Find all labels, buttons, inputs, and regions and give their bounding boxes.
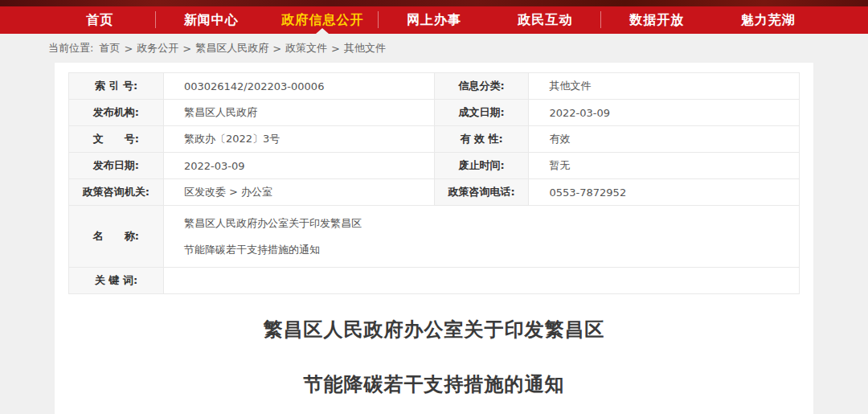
- nav-item-charming-wuhu[interactable]: 魅力芜湖: [712, 6, 824, 34]
- nav-item-gov-info-disclosure[interactable]: 政府信息公开: [267, 6, 379, 34]
- breadcrumb-separator: >: [182, 43, 191, 55]
- field-value-info-category: 其他文件: [529, 73, 800, 100]
- breadcrumb-separator: >: [124, 43, 133, 55]
- field-value-doc-number: 繁政办〔2022〕3号: [163, 126, 434, 153]
- field-value-written-date: 2022-03-09: [529, 100, 800, 126]
- content-panel: 索 引 号: 003026142/202203-00006 信息分类: 其他文件…: [55, 63, 813, 414]
- breadcrumb-link-home[interactable]: 首页: [99, 41, 120, 55]
- breadcrumb-link-gov-disclosure[interactable]: 政务公开: [137, 41, 178, 55]
- table-row: 关 键 词:: [69, 268, 800, 294]
- field-value-document-name: 繁昌区人民政府办公室关于印发繁昌区 节能降碳若干支持措施的通知: [163, 206, 799, 268]
- article-title-line2: 节能降碳若干支持措施的通知: [55, 342, 813, 397]
- field-label-doc-number: 文 号:: [69, 126, 164, 153]
- table-row: 名 称: 繁昌区人民政府办公室关于印发繁昌区 节能降碳若干支持措施的通知: [69, 206, 800, 268]
- field-label-index-number: 索 引 号:: [69, 73, 164, 100]
- main-nav: 首页 新闻中心 政府信息公开 网上办事 政民互动 数据开放 魅力芜湖: [0, 6, 868, 34]
- breadcrumb-separator: >: [272, 43, 281, 55]
- field-label-publish-date: 发布日期:: [69, 153, 164, 179]
- document-name-line1: 繁昌区人民政府办公室关于印发繁昌区: [184, 215, 779, 231]
- field-value-validity: 有效: [529, 126, 800, 153]
- document-name-line2: 节能降碳若干支持措施的通知: [184, 242, 779, 257]
- field-value-index-number: 003026142/202203-00006: [163, 73, 434, 100]
- field-value-repeal-date: 暂无: [529, 153, 800, 179]
- breadcrumb-current-other-documents: 其他文件: [344, 41, 386, 55]
- field-label-document-name: 名 称:: [69, 206, 164, 268]
- field-label-written-date: 成文日期:: [434, 100, 529, 126]
- field-value-publish-date: 2022-03-09: [163, 153, 434, 179]
- breadcrumb-link-policy-documents[interactable]: 政策文件: [285, 41, 327, 55]
- nav-item-open-data[interactable]: 数据开放: [601, 6, 713, 34]
- breadcrumb-prefix: 当前位置:: [48, 41, 93, 55]
- nav-item-news-center[interactable]: 新闻中心: [156, 6, 268, 34]
- field-value-publisher: 繁昌区人民政府: [163, 100, 434, 126]
- field-label-consult-phone: 政策咨询电话:: [434, 179, 529, 206]
- field-value-consult-agency: 区发改委 > 办公室: [163, 179, 434, 206]
- field-label-consult-agency: 政策咨询机关:: [69, 179, 164, 206]
- field-value-consult-phone: 0553-7872952: [529, 179, 800, 206]
- field-label-publisher: 发布机构:: [69, 100, 164, 126]
- table-row: 发布机构: 繁昌区人民政府 成文日期: 2022-03-09: [69, 100, 800, 126]
- field-label-info-category: 信息分类:: [434, 73, 529, 100]
- field-label-keywords: 关 键 词:: [69, 268, 164, 294]
- breadcrumb-link-fanchang-gov[interactable]: 繁昌区人民政府: [195, 41, 268, 55]
- nav-item-public-interaction[interactable]: 政民互动: [489, 6, 601, 34]
- header-banner-strip: [0, 0, 868, 6]
- nav-item-online-services[interactable]: 网上办事: [379, 6, 490, 34]
- document-info-table: 索 引 号: 003026142/202203-00006 信息分类: 其他文件…: [68, 72, 800, 294]
- active-tab-caret: [316, 28, 329, 34]
- table-row: 政策咨询机关: 区发改委 > 办公室 政策咨询电话: 0553-7872952: [69, 179, 800, 206]
- table-row: 索 引 号: 003026142/202203-00006 信息分类: 其他文件: [69, 73, 800, 100]
- field-label-repeal-date: 废止时间:: [434, 153, 529, 179]
- article-title: 繁昌区人民政府办公室关于印发繁昌区 节能降碳若干支持措施的通知: [55, 285, 813, 397]
- nav-item-home[interactable]: 首页: [44, 6, 156, 34]
- table-row: 发布日期: 2022-03-09 废止时间: 暂无: [69, 153, 800, 179]
- table-row: 文 号: 繁政办〔2022〕3号 有 效 性: 有效: [69, 126, 800, 153]
- field-label-validity: 有 效 性:: [434, 126, 529, 153]
- breadcrumb-separator: >: [331, 43, 340, 55]
- nav-item-label: 政府信息公开: [281, 12, 363, 29]
- field-value-keywords: [163, 268, 799, 294]
- breadcrumb: 当前位置: 首页 > 政务公开 > 繁昌区人民政府 > 政策文件 > 其他文件: [0, 34, 868, 63]
